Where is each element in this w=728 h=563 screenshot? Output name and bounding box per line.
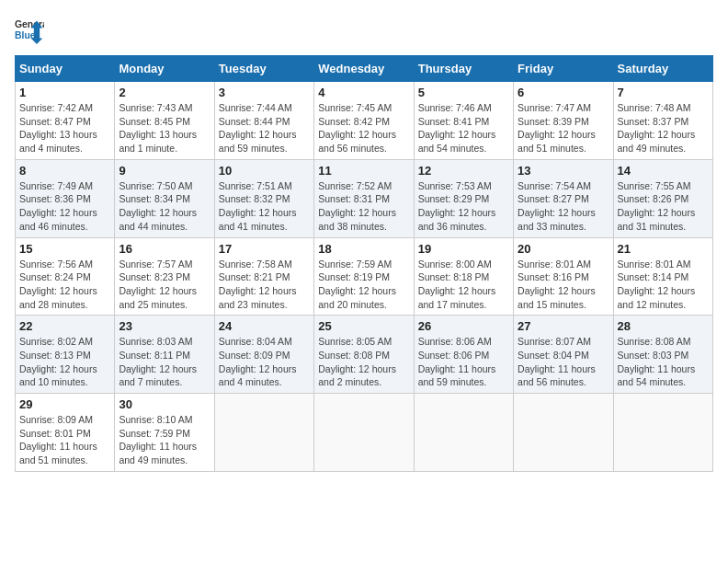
sunrise-time: Sunrise: 8:01 AM [518, 259, 591, 270]
daylight-hours: Daylight: 12 hours and 49 minutes. [618, 129, 696, 154]
day-info: Sunrise: 7:55 AM Sunset: 8:26 PM Dayligh… [618, 179, 709, 234]
day-number: 29 [19, 397, 110, 411]
sunrise-time: Sunrise: 7:51 AM [219, 180, 292, 191]
calendar-cell: 3 Sunrise: 7:44 AM Sunset: 8:44 PM Dayli… [214, 82, 313, 160]
sunrise-time: Sunrise: 7:47 AM [518, 102, 591, 113]
daylight-hours: Daylight: 12 hours and 33 minutes. [518, 207, 596, 232]
calendar-table: Sunday Monday Tuesday Wednesday Thursday… [15, 55, 713, 472]
sunrise-time: Sunrise: 7:52 AM [318, 180, 392, 191]
sunset-time: Sunset: 8:23 PM [119, 271, 190, 282]
day-number: 9 [119, 164, 210, 178]
sunrise-time: Sunrise: 8:09 AM [19, 414, 93, 425]
daylight-hours: Daylight: 12 hours and 28 minutes. [19, 285, 97, 310]
day-number: 8 [19, 164, 110, 178]
daylight-hours: Daylight: 12 hours and 59 minutes. [219, 129, 297, 154]
day-info: Sunrise: 8:00 AM Sunset: 8:18 PM Dayligh… [418, 258, 509, 312]
calendar-cell: 19 Sunrise: 8:00 AM Sunset: 8:18 PM Dayl… [414, 237, 513, 316]
sunrise-time: Sunrise: 8:06 AM [418, 336, 492, 347]
calendar-cell: 15 Sunrise: 7:56 AM Sunset: 8:24 PM Dayl… [16, 237, 115, 316]
page-header: General Blue [15, 15, 713, 44]
sunset-time: Sunset: 8:41 PM [418, 116, 490, 127]
day-info: Sunrise: 7:47 AM Sunset: 8:39 PM Dayligh… [518, 101, 609, 155]
calendar-cell [214, 394, 313, 472]
sunset-time: Sunset: 8:37 PM [618, 116, 689, 127]
calendar-cell: 20 Sunrise: 8:01 AM Sunset: 8:16 PM Dayl… [514, 237, 613, 316]
day-info: Sunrise: 8:04 AM Sunset: 8:09 PM Dayligh… [219, 335, 310, 389]
sunset-time: Sunset: 8:19 PM [318, 271, 390, 282]
day-number: 22 [19, 319, 110, 333]
daylight-hours: Daylight: 12 hours and 31 minutes. [618, 207, 696, 232]
col-monday: Monday [115, 56, 214, 82]
daylight-hours: Daylight: 11 hours and 56 minutes. [518, 363, 596, 388]
day-number: 15 [19, 242, 110, 256]
sunrise-time: Sunrise: 7:49 AM [19, 180, 93, 191]
daylight-hours: Daylight: 11 hours and 51 minutes. [19, 441, 97, 465]
calendar-cell: 13 Sunrise: 7:54 AM Sunset: 8:27 PM Dayl… [514, 159, 613, 237]
daylight-hours: Daylight: 12 hours and 51 minutes. [518, 129, 596, 154]
day-number: 14 [618, 164, 709, 178]
sunrise-time: Sunrise: 8:01 AM [618, 259, 691, 270]
col-saturday: Saturday [613, 56, 712, 82]
calendar-cell: 28 Sunrise: 8:08 AM Sunset: 8:03 PM Dayl… [613, 316, 712, 394]
sunrise-time: Sunrise: 8:02 AM [19, 336, 93, 347]
calendar-cell: 1 Sunrise: 7:42 AM Sunset: 8:47 PM Dayli… [16, 82, 115, 160]
week-row-2: 8 Sunrise: 7:49 AM Sunset: 8:36 PM Dayli… [16, 159, 713, 237]
week-row-5: 29 Sunrise: 8:09 AM Sunset: 8:01 PM Dayl… [16, 394, 713, 472]
daylight-hours: Daylight: 12 hours and 36 minutes. [418, 207, 496, 232]
day-info: Sunrise: 7:53 AM Sunset: 8:29 PM Dayligh… [418, 179, 509, 234]
sunset-time: Sunset: 8:45 PM [119, 116, 190, 127]
sunset-time: Sunset: 8:29 PM [418, 193, 490, 204]
calendar-cell: 25 Sunrise: 8:05 AM Sunset: 8:08 PM Dayl… [314, 316, 414, 394]
daylight-hours: Daylight: 11 hours and 59 minutes. [418, 363, 496, 388]
calendar-cell: 10 Sunrise: 7:51 AM Sunset: 8:32 PM Dayl… [214, 159, 313, 237]
calendar-cell: 21 Sunrise: 8:01 AM Sunset: 8:14 PM Dayl… [613, 237, 712, 316]
calendar-cell: 18 Sunrise: 7:59 AM Sunset: 8:19 PM Dayl… [314, 237, 414, 316]
calendar-cell: 8 Sunrise: 7:49 AM Sunset: 8:36 PM Dayli… [16, 159, 115, 237]
calendar-cell: 9 Sunrise: 7:50 AM Sunset: 8:34 PM Dayli… [115, 159, 214, 237]
daylight-hours: Daylight: 12 hours and 12 minutes. [618, 285, 696, 310]
calendar-cell: 26 Sunrise: 8:06 AM Sunset: 8:06 PM Dayl… [414, 316, 513, 394]
calendar-cell: 16 Sunrise: 7:57 AM Sunset: 8:23 PM Dayl… [115, 237, 214, 316]
sunset-time: Sunset: 8:14 PM [618, 271, 689, 282]
sunrise-time: Sunrise: 7:54 AM [518, 180, 591, 191]
daylight-hours: Daylight: 12 hours and 7 minutes. [119, 363, 197, 388]
sunset-time: Sunset: 8:16 PM [518, 271, 589, 282]
sunrise-time: Sunrise: 8:10 AM [119, 414, 192, 425]
calendar-cell: 24 Sunrise: 8:04 AM Sunset: 8:09 PM Dayl… [214, 316, 313, 394]
sunset-time: Sunset: 8:36 PM [19, 193, 91, 204]
day-info: Sunrise: 8:10 AM Sunset: 7:59 PM Dayligh… [119, 413, 210, 467]
col-wednesday: Wednesday [314, 56, 414, 82]
day-info: Sunrise: 7:50 AM Sunset: 8:34 PM Dayligh… [119, 179, 210, 234]
day-number: 19 [418, 242, 509, 256]
sunset-time: Sunset: 8:18 PM [418, 271, 490, 282]
sunset-time: Sunset: 8:42 PM [318, 116, 390, 127]
sunset-time: Sunset: 8:34 PM [119, 193, 190, 204]
daylight-hours: Daylight: 13 hours and 4 minutes. [19, 129, 97, 154]
sunset-time: Sunset: 8:13 PM [19, 350, 91, 361]
daylight-hours: Daylight: 11 hours and 54 minutes. [618, 363, 696, 388]
daylight-hours: Daylight: 12 hours and 54 minutes. [418, 129, 496, 154]
daylight-hours: Daylight: 12 hours and 4 minutes. [219, 363, 297, 388]
sunset-time: Sunset: 8:08 PM [318, 350, 390, 361]
sunset-time: Sunset: 8:24 PM [19, 271, 91, 282]
sunrise-time: Sunrise: 7:42 AM [19, 102, 93, 113]
day-number: 28 [618, 319, 709, 333]
sunrise-time: Sunrise: 7:59 AM [318, 259, 392, 270]
day-number: 7 [618, 86, 709, 99]
calendar-cell: 2 Sunrise: 7:43 AM Sunset: 8:45 PM Dayli… [115, 82, 214, 160]
day-number: 2 [119, 86, 210, 99]
daylight-hours: Daylight: 12 hours and 38 minutes. [318, 207, 396, 232]
day-number: 24 [219, 319, 310, 333]
day-info: Sunrise: 7:54 AM Sunset: 8:27 PM Dayligh… [518, 179, 609, 234]
logo: General Blue [15, 15, 44, 44]
sunrise-time: Sunrise: 7:45 AM [318, 102, 392, 113]
daylight-hours: Daylight: 12 hours and 10 minutes. [19, 363, 97, 388]
day-info: Sunrise: 7:58 AM Sunset: 8:21 PM Dayligh… [219, 258, 310, 312]
day-number: 20 [518, 242, 609, 256]
sunrise-time: Sunrise: 7:55 AM [618, 180, 691, 191]
week-row-4: 22 Sunrise: 8:02 AM Sunset: 8:13 PM Dayl… [16, 316, 713, 394]
daylight-hours: Daylight: 12 hours and 44 minutes. [119, 207, 197, 232]
sunset-time: Sunset: 8:21 PM [219, 271, 290, 282]
calendar-cell: 4 Sunrise: 7:45 AM Sunset: 8:42 PM Dayli… [314, 82, 414, 160]
day-info: Sunrise: 7:51 AM Sunset: 8:32 PM Dayligh… [219, 179, 310, 234]
